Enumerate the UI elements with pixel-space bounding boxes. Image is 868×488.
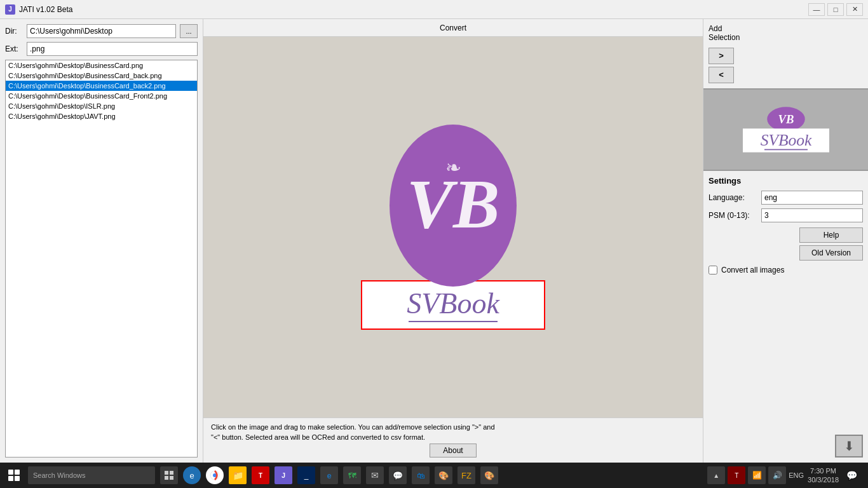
dir-row: Dir: ... — [5, 24, 198, 38]
app-icon-jati[interactable]: J — [275, 466, 292, 484]
app-icon: J — [5, 4, 15, 15]
convert-header: Convert — [203, 19, 703, 37]
right-bottom: ⬇ — [703, 430, 868, 463]
about-button[interactable]: About — [430, 444, 476, 458]
image-area[interactable]: VB ❧ SVBook — [203, 37, 703, 417]
taskbar-right: ▲ T 📶 🔊 ENG 7:30 PM 30/3/2018 💬 — [707, 466, 865, 485]
logo-oval-inner: VB ❧ — [402, 142, 504, 269]
notification-icon[interactable]: 💬 — [843, 466, 860, 484]
svg-rect-5 — [170, 476, 173, 480]
network-icon[interactable]: 📶 — [748, 466, 766, 484]
language-indicator: ENG — [789, 471, 804, 479]
minimize-button[interactable]: — — [808, 3, 825, 16]
title-bar-left: J JATI v1.02 Beta — [5, 4, 73, 15]
ext-input[interactable] — [27, 42, 198, 56]
browse-button[interactable]: ... — [180, 24, 198, 38]
arrow-up-icon[interactable]: ▲ — [707, 466, 725, 484]
file-list: C:\Users\gohmi\Desktop\BusinessCard.png … — [5, 60, 198, 458]
edge-icon[interactable]: e — [183, 466, 201, 484]
maps-icon[interactable]: 🗺 — [343, 466, 361, 484]
convert-all-checkbox[interactable] — [709, 266, 717, 274]
image-display: VB ❧ SVBook — [361, 125, 545, 330]
next-selection-button[interactable]: > — [709, 48, 734, 64]
file-item[interactable]: C:\Users\gohmi\Desktop\ISLR.png — [6, 101, 197, 111]
file-item[interactable]: C:\Users\gohmi\Desktop\JAVT.png — [6, 111, 197, 121]
chrome-icon[interactable] — [206, 466, 224, 484]
settings-title: Settings — [709, 176, 863, 186]
add-selection-label: Add — [709, 24, 863, 33]
gallery-icon[interactable]: 🎨 — [435, 466, 452, 484]
right-preview: VB SVBook — [703, 88, 868, 171]
filezilla-icon[interactable]: FZ — [458, 466, 475, 484]
nav-buttons: > < — [709, 48, 863, 83]
add-selection-label2: Selection — [709, 33, 863, 42]
download-button[interactable]: ⬇ — [835, 435, 863, 458]
windows-icon — [8, 470, 20, 481]
time-display: 7:30 PM — [810, 466, 836, 475]
psm-input[interactable] — [761, 208, 863, 222]
file-item[interactable]: C:\Users\gohmi\Desktop\BusinessCard_Fron… — [6, 91, 197, 101]
right-top: Add Selection > < — [703, 19, 868, 88]
ie-icon[interactable]: e — [320, 466, 338, 484]
color-icon[interactable]: 🎨 — [480, 466, 498, 484]
ext-label: Ext: — [5, 44, 23, 53]
window-controls: — □ ✕ — [808, 3, 863, 16]
app-main: Dir: ... Ext: C:\Users\gohmi\Desktop\Bus… — [0, 19, 868, 463]
convert-all-row: Convert all images — [709, 266, 863, 274]
settings-buttons: Help Old Version — [709, 227, 863, 261]
svbook-underline — [409, 321, 498, 322]
date-display: 30/3/2018 — [808, 475, 839, 484]
help-button[interactable]: Help — [799, 227, 863, 243]
antivirus-icon[interactable]: T — [252, 466, 269, 484]
antivirus-tray-icon[interactable]: T — [728, 466, 745, 484]
selection-box[interactable]: SVBook — [361, 280, 545, 330]
svg-rect-2 — [165, 471, 168, 475]
hint-line1: Click on the image and drag to make sele… — [211, 423, 495, 431]
taskbar-left: Search Windows e 📁 T J _ e 🗺 ✉ 💬 🛍 🎨 FZ … — [3, 464, 501, 487]
file-item[interactable]: C:\Users\gohmi\Desktop\BusinessCard.png — [6, 60, 197, 71]
close-button[interactable]: ✕ — [846, 3, 863, 16]
taskbar: Search Windows e 📁 T J _ e 🗺 ✉ 💬 🛍 🎨 FZ … — [0, 463, 868, 488]
messenger-icon[interactable]: 💬 — [389, 466, 407, 484]
language-label: Language: — [709, 193, 756, 202]
convert-label: Convert — [440, 24, 466, 32]
center-panel: Convert VB ❧ SVBook — [203, 19, 703, 463]
mail-icon[interactable]: ✉ — [366, 466, 384, 484]
psm-row: PSM (0-13): — [709, 208, 863, 222]
left-panel: Dir: ... Ext: C:\Users\gohmi\Desktop\Bus… — [0, 19, 203, 463]
psm-label: PSM (0-13): — [709, 211, 756, 220]
svg-rect-3 — [170, 471, 173, 475]
svg-text:❧: ❧ — [445, 157, 461, 178]
ext-row: Ext: — [5, 42, 198, 56]
start-button[interactable] — [3, 464, 25, 487]
svbook-text: SVBook — [407, 288, 499, 320]
right-panel: Add Selection > < VB SVBook — [703, 19, 868, 463]
file-item-selected[interactable]: C:\Users\gohmi\Desktop\BusinessCard_back… — [6, 81, 197, 91]
settings-section: Settings Language: PSM (0-13): Help Old … — [703, 171, 868, 430]
convert-all-label: Convert all images — [721, 266, 784, 274]
maximize-button[interactable]: □ — [827, 3, 844, 16]
bottom-actions: About — [211, 444, 695, 458]
volume-icon[interactable]: 🔊 — [768, 466, 786, 484]
search-placeholder: Search Windows — [33, 471, 86, 479]
store-icon[interactable]: 🛍 — [412, 466, 430, 484]
dir-label: Dir: — [5, 27, 23, 36]
files-icon[interactable]: 📁 — [229, 466, 247, 484]
title-bar: J JATI v1.02 Beta — □ ✕ — [0, 0, 868, 19]
taskbar-search-bar[interactable]: Search Windows — [28, 466, 155, 484]
language-input[interactable] — [761, 191, 863, 205]
system-tray: ▲ T 📶 🔊 ENG — [707, 466, 804, 484]
task-view-icon[interactable] — [160, 466, 178, 484]
bottom-bar: Click on the image and drag to make sele… — [203, 417, 703, 463]
file-item[interactable]: C:\Users\gohmi\Desktop\BusinessCard_back… — [6, 71, 197, 81]
app-title: JATI v1.02 Beta — [19, 5, 73, 14]
taskbar-icons: e 📁 T J _ e 🗺 ✉ 💬 🛍 🎨 FZ 🎨 — [158, 466, 501, 484]
vb-logo-svg: VB ❧ — [402, 142, 504, 269]
terminal-icon[interactable]: _ — [297, 466, 315, 484]
language-row: Language: — [709, 191, 863, 205]
svg-rect-4 — [165, 476, 168, 480]
old-version-button[interactable]: Old Version — [799, 245, 863, 261]
taskbar-clock[interactable]: 7:30 PM 30/3/2018 — [808, 466, 839, 485]
dir-input[interactable] — [27, 24, 176, 38]
prev-selection-button[interactable]: < — [709, 67, 734, 83]
